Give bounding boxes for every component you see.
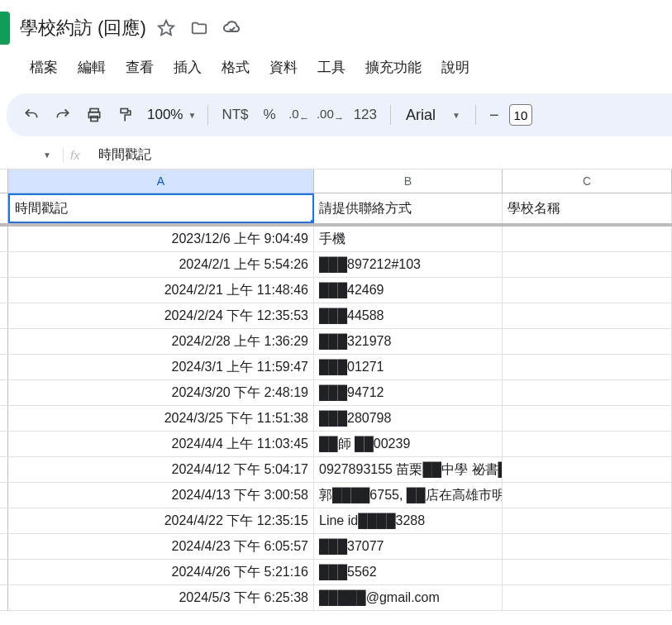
cell[interactable] xyxy=(503,303,672,328)
row-header[interactable] xyxy=(0,508,8,533)
increase-decimal-button[interactable]: .00→ xyxy=(316,100,346,130)
cell[interactable]: 2024/3/20 下午 2:48:19 xyxy=(8,380,314,405)
cell[interactable] xyxy=(503,252,672,277)
menu-edit[interactable]: 編輯 xyxy=(69,53,114,82)
cell[interactable]: ███01271 xyxy=(314,355,503,379)
cell[interactable] xyxy=(503,278,672,303)
menu-data[interactable]: 資料 xyxy=(261,53,306,82)
decrease-font-button[interactable]: − xyxy=(483,103,506,126)
cell[interactable]: 2024/2/1 上午 5:54:26 xyxy=(8,252,314,277)
cell[interactable]: 2024/4/13 下午 3:00:58 xyxy=(8,483,314,508)
cell[interactable] xyxy=(503,406,672,431)
row-header[interactable] xyxy=(0,278,8,303)
spreadsheet-grid[interactable]: A B C 時間戳記 請提供聯絡方式 學校名稱 2023/12/6 上午 9:0… xyxy=(0,169,672,611)
row-header[interactable] xyxy=(0,432,8,456)
cell[interactable]: ███280798 xyxy=(314,406,503,431)
formula-content[interactable]: 時間戳記 xyxy=(98,146,151,164)
cell[interactable]: 2024/4/26 下午 5:21:16 xyxy=(8,560,314,584)
col-header-C[interactable]: C xyxy=(503,169,672,193)
row-header[interactable] xyxy=(0,406,8,431)
currency-button[interactable]: NT$ xyxy=(215,107,255,123)
select-all-corner[interactable] xyxy=(0,169,8,193)
row-header[interactable] xyxy=(0,329,8,354)
cell[interactable]: █████@gmail.com xyxy=(314,585,503,610)
cell[interactable]: 2024/3/25 下午 11:51:38 xyxy=(8,406,314,431)
font-name: Arial xyxy=(406,107,436,124)
row-header[interactable] xyxy=(0,252,8,277)
redo-button[interactable] xyxy=(48,100,78,130)
cell[interactable]: ███321978 xyxy=(314,329,503,354)
cell[interactable]: ███44588 xyxy=(314,303,503,328)
cell[interactable] xyxy=(503,329,672,354)
cell[interactable] xyxy=(503,227,672,251)
row-header[interactable] xyxy=(0,380,8,405)
cell[interactable]: 2024/4/12 下午 5:04:17 xyxy=(8,457,314,482)
cell[interactable]: Line id████3288 xyxy=(314,508,503,533)
cell[interactable] xyxy=(503,457,672,482)
cell[interactable] xyxy=(503,560,672,584)
row-header[interactable] xyxy=(0,193,8,223)
folder-icon[interactable] xyxy=(189,18,209,38)
row-header[interactable] xyxy=(0,483,8,508)
font-size-input[interactable] xyxy=(509,104,532,126)
number-format-button[interactable]: 123 xyxy=(347,107,384,123)
cell[interactable]: 2024/4/23 下午 6:05:57 xyxy=(8,534,314,559)
cell[interactable]: 2024/4/22 下午 12:35:15 xyxy=(8,508,314,533)
star-icon[interactable] xyxy=(156,18,176,38)
zoom-selector[interactable]: 100% ▼ xyxy=(142,107,201,123)
row-header[interactable] xyxy=(0,560,8,584)
menu-tools[interactable]: 工具 xyxy=(309,53,354,82)
col-header-A[interactable]: A xyxy=(8,169,314,193)
cell[interactable]: ███94712 xyxy=(314,380,503,405)
selection-handle[interactable] xyxy=(310,219,314,223)
font-selector[interactable]: Arial ▼ xyxy=(398,107,469,124)
row-header[interactable] xyxy=(0,457,8,482)
cell[interactable] xyxy=(503,508,672,533)
menu-view[interactable]: 查看 xyxy=(117,53,162,82)
cloud-status-icon[interactable] xyxy=(222,18,242,38)
row-header[interactable] xyxy=(0,585,8,610)
menu-extensions[interactable]: 擴充功能 xyxy=(357,53,430,82)
cell[interactable]: 郭████6755, ██店在高雄市明誠路上 xyxy=(314,483,503,508)
cell[interactable]: 2024/2/21 上午 11:48:46 xyxy=(8,278,314,303)
cell[interactable]: ███42469 xyxy=(314,278,503,303)
menu-format[interactable]: 格式 xyxy=(213,53,258,82)
document-title[interactable]: 學校約訪 (回應) xyxy=(20,16,146,41)
paint-format-button[interactable] xyxy=(111,100,141,130)
row-header[interactable] xyxy=(0,227,8,251)
cell[interactable]: 2024/2/24 下午 12:35:53 xyxy=(8,303,314,328)
cell[interactable]: 2024/5/3 下午 6:25:38 xyxy=(8,585,314,610)
cell[interactable]: ██師 ██00239 xyxy=(314,432,503,456)
cell[interactable] xyxy=(503,534,672,559)
row-header[interactable] xyxy=(0,303,8,328)
cell[interactable]: ███37077 xyxy=(314,534,503,559)
percent-button[interactable]: % xyxy=(257,107,283,123)
row-header[interactable] xyxy=(0,534,8,559)
cell[interactable] xyxy=(503,432,672,456)
menu-insert[interactable]: 插入 xyxy=(165,53,210,82)
cell[interactable]: 2024/4/4 上午 11:03:45 xyxy=(8,432,314,456)
cell[interactable]: 2024/3/1 上午 11:59:47 xyxy=(8,355,314,379)
cell[interactable] xyxy=(503,483,672,508)
name-box[interactable]: ▼ xyxy=(10,150,51,160)
cell[interactable]: ███897212#103 xyxy=(314,252,503,277)
selected-cell-A1[interactable]: 時間戳記 xyxy=(8,193,314,223)
chevron-down-icon: ▼ xyxy=(452,111,460,120)
cell[interactable]: ███5562 xyxy=(314,560,503,584)
cell-B1[interactable]: 請提供聯絡方式 xyxy=(314,193,503,223)
menu-file[interactable]: 檔案 xyxy=(21,53,66,82)
cell[interactable]: 0927893155 苗栗██中學 祕書██ xyxy=(314,457,503,482)
cell[interactable]: 2023/12/6 上午 9:04:49 xyxy=(8,227,314,251)
cell[interactable] xyxy=(503,585,672,610)
undo-button[interactable] xyxy=(17,100,46,130)
cell[interactable]: 2024/2/28 上午 1:36:29 xyxy=(8,329,314,354)
cell[interactable] xyxy=(503,355,672,379)
row-header[interactable] xyxy=(0,355,8,379)
decrease-decimal-button[interactable]: .0← xyxy=(284,100,314,130)
print-button[interactable] xyxy=(79,100,109,130)
menu-help[interactable]: 說明 xyxy=(433,53,478,82)
cell[interactable] xyxy=(503,380,672,405)
cell[interactable]: 手機 xyxy=(314,227,503,251)
col-header-B[interactable]: B xyxy=(314,169,503,193)
cell-C1[interactable]: 學校名稱 xyxy=(503,193,672,223)
